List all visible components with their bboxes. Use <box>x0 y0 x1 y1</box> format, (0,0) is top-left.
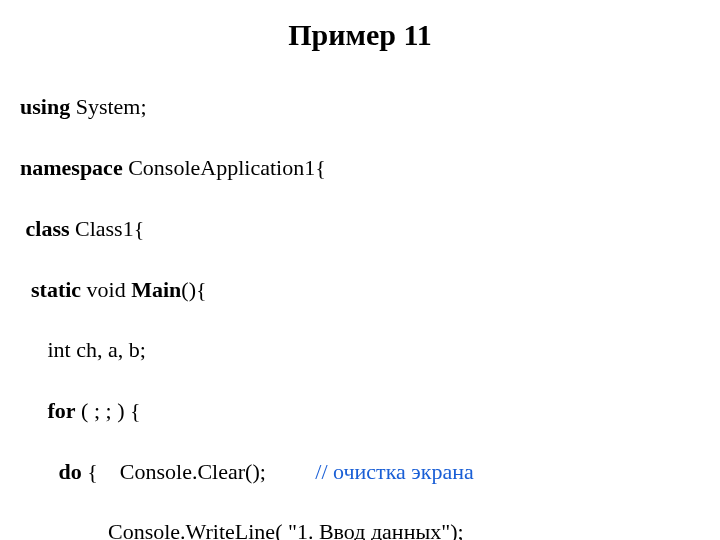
page-title: Пример 11 <box>20 18 700 52</box>
indent <box>20 398 48 423</box>
code-l8-text: Console.WriteLine( "1. Ввод данных"); <box>108 519 464 540</box>
code-line-1: using System; <box>20 92 700 122</box>
code-l2-rest: ConsoleApplication1{ <box>123 155 326 180</box>
kw-for: for <box>48 398 76 423</box>
code-line-2: namespace ConsoleApplication1{ <box>20 153 700 183</box>
code-line-7: do { Console.Clear(); // очистка экрана <box>20 457 700 487</box>
code-comment: // очистка экрана <box>315 459 473 484</box>
kw-static: static <box>31 277 81 302</box>
code-block: using System; namespace ConsoleApplicati… <box>20 62 700 540</box>
code-line-6: for ( ; ; ) { <box>20 396 700 426</box>
code-line-5: int ch, a, b; <box>20 335 700 365</box>
kw-do: do <box>59 459 82 484</box>
code-l7-mid: { Console.Clear(); <box>82 459 316 484</box>
slide: Пример 11 using System; namespace Consol… <box>0 0 720 540</box>
code-l4-mid: void <box>81 277 131 302</box>
code-line-3: class Class1{ <box>20 214 700 244</box>
kw-class: class <box>26 216 70 241</box>
code-l1-rest: System; <box>70 94 146 119</box>
code-line-4: static void Main(){ <box>20 275 700 305</box>
code-line-8: Console.WriteLine( "1. Ввод данных"); <box>20 517 700 540</box>
code-l4-rest: (){ <box>181 277 206 302</box>
code-l5-text: int ch, a, b; <box>48 337 146 362</box>
kw-using: using <box>20 94 70 119</box>
code-l6-rest: ( ; ; ) { <box>76 398 141 423</box>
indent <box>20 277 31 302</box>
indent <box>20 337 48 362</box>
kw-main: Main <box>131 277 181 302</box>
indent <box>20 459 59 484</box>
indent <box>20 519 108 540</box>
kw-namespace: namespace <box>20 155 123 180</box>
code-l3-rest: Class1{ <box>70 216 145 241</box>
